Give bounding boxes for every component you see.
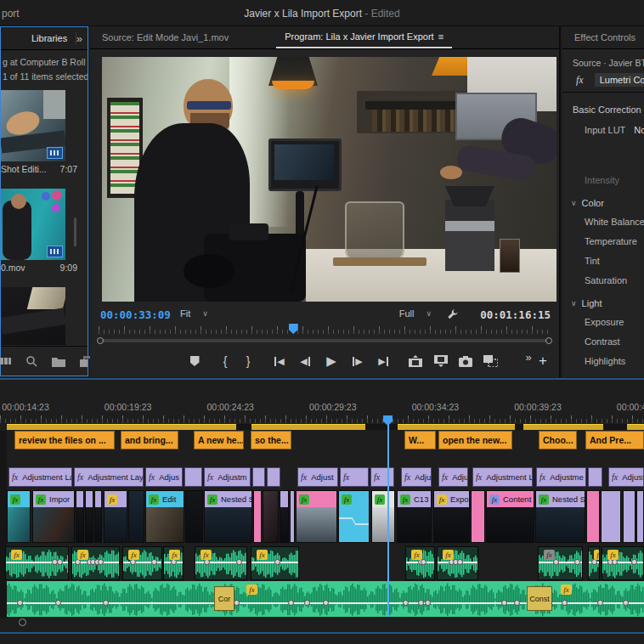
- adjustment-layer-clip[interactable]: fxAdjust: [297, 467, 338, 487]
- add-marker-button[interactable]: [185, 353, 204, 369]
- tab-program-monitor[interactable]: Program: Lila x Javier Import Export ≡: [276, 26, 452, 48]
- scrollbar-handle-left[interactable]: [97, 337, 104, 344]
- panel-overflow-icon[interactable]: »: [76, 32, 82, 45]
- section-basic-correction[interactable]: Basic Correction: [562, 93, 644, 116]
- audio-clip[interactable]: fx: [588, 546, 600, 580]
- play-button[interactable]: ▶: [322, 353, 341, 369]
- adjustment-layer-clip[interactable]: fxAdjustment L: [472, 467, 533, 487]
- audio-track-a2[interactable]: CorConstfxfx: [7, 581, 644, 617]
- current-timecode[interactable]: 00:00:33:09: [100, 308, 171, 321]
- param-white-balance[interactable]: White Balance: [562, 212, 644, 231]
- caption-clip[interactable]: review the files on ...: [14, 431, 115, 449]
- param-exposure[interactable]: Exposure: [562, 312, 644, 331]
- caption-clip[interactable]: A new he...: [194, 431, 244, 449]
- caption-clip[interactable]: W...: [404, 431, 436, 449]
- adjustment-layer-clip[interactable]: fxAdju: [401, 467, 432, 487]
- audio-clip[interactable]: fx: [71, 546, 120, 580]
- video-clip[interactable]: [290, 490, 295, 543]
- list-item[interactable]: [1, 287, 77, 345]
- effect-item-lumetri[interactable]: fx Lumetri Colo: [562, 70, 644, 93]
- video-clip[interactable]: [586, 490, 600, 543]
- video-clip[interactable]: [94, 490, 102, 543]
- tab-source-monitor[interactable]: Source: Edit Mode Javi_1.mov: [93, 26, 237, 48]
- input-lut-value[interactable]: Non: [634, 125, 644, 135]
- video-clip[interactable]: [623, 490, 636, 543]
- video-clip[interactable]: [76, 490, 84, 543]
- adjustment-layer-clip[interactable]: [267, 467, 280, 487]
- caption-clip[interactable]: so the...: [251, 431, 291, 449]
- video-clip[interactable]: [128, 490, 144, 543]
- video-clip[interactable]: fx: [104, 490, 127, 543]
- mark-in-button[interactable]: {: [216, 353, 234, 369]
- audio-clip[interactable]: fx: [437, 546, 478, 580]
- video-clip[interactable]: [85, 490, 93, 543]
- video-clip[interactable]: fx: [338, 490, 370, 543]
- video-clip[interactable]: [280, 490, 289, 543]
- video-clip[interactable]: fxNested S: [535, 490, 585, 543]
- adjustment-layer-clip[interactable]: fxAdjust: [608, 467, 644, 487]
- keyframe-line[interactable]: [339, 515, 369, 527]
- param-highlights[interactable]: Highlights: [562, 351, 644, 370]
- settings-wrench-icon[interactable]: [446, 308, 459, 323]
- items-view-icon[interactable]: [0, 355, 11, 367]
- adjustment-layer-clip[interactable]: fxAdjustment Lay: [74, 467, 144, 487]
- clip-thumbnail[interactable]: [1, 287, 65, 345]
- adjustment-layer-clip[interactable]: [184, 467, 202, 487]
- scrollbar-track[interactable]: [102, 339, 547, 342]
- adjustment-layer-clip[interactable]: fxAdju: [438, 467, 468, 487]
- video-clip[interactable]: fx: [296, 490, 337, 543]
- tab-libraries[interactable]: Libraries: [23, 27, 76, 49]
- video-clip[interactable]: [253, 490, 262, 543]
- keyframe-dot[interactable]: [574, 559, 580, 565]
- go-to-in-button[interactable]: ◀: [270, 353, 289, 369]
- audio-clip[interactable]: fx: [251, 546, 299, 580]
- library-breadcrumb[interactable]: g at Computer B Roll: [3, 55, 81, 70]
- keyframe-dot[interactable]: [288, 600, 294, 606]
- add-button[interactable]: +: [534, 353, 552, 369]
- video-clip[interactable]: fxImpor: [32, 490, 75, 543]
- list-item[interactable]: 0.mov 9:09: [1, 189, 77, 273]
- lift-button[interactable]: [406, 353, 425, 369]
- param-temperature[interactable]: Temperature: [562, 231, 644, 251]
- adjustment-layer-clip[interactable]: fx: [340, 467, 369, 487]
- effect-name[interactable]: Lumetri Colo: [595, 73, 644, 87]
- video-clip[interactable]: [601, 490, 621, 543]
- clip-thumbnail[interactable]: [1, 90, 65, 161]
- playback-resolution-select[interactable]: Full ∨: [399, 308, 432, 319]
- video-clip[interactable]: [471, 490, 485, 543]
- video-clip[interactable]: fx: [371, 490, 395, 543]
- adjustment-layer-clip[interactable]: fxAdjus: [145, 467, 183, 487]
- audio-transition[interactable]: Const: [527, 586, 552, 611]
- video-clip[interactable]: fxExpo: [433, 490, 470, 543]
- param-saturation[interactable]: Saturation: [562, 270, 644, 290]
- export-frame-button[interactable]: [456, 353, 475, 369]
- video-clip[interactable]: [636, 490, 644, 543]
- comparison-view-button[interactable]: [481, 353, 500, 369]
- param-input-lut[interactable]: Input LUT Non: [562, 120, 644, 139]
- keyframe-dot[interactable]: [623, 600, 629, 606]
- caption-clip[interactable]: And Pre...: [585, 431, 644, 449]
- mark-out-button[interactable]: }: [239, 353, 257, 369]
- zoom-level-select[interactable]: Fit ∨: [180, 308, 208, 319]
- program-playhead[interactable]: [289, 324, 298, 334]
- timeline-tick-strip[interactable]: [0, 415, 644, 423]
- adjustment-layer-clip[interactable]: fx: [370, 467, 394, 487]
- extract-button[interactable]: [432, 353, 450, 369]
- audio-clip[interactable]: fx: [163, 546, 184, 580]
- timeline-scroll-handle[interactable]: [19, 619, 26, 626]
- video-clip[interactable]: fx: [7, 490, 31, 543]
- step-forward-button[interactable]: ▶: [348, 353, 367, 369]
- step-back-button[interactable]: ◀: [296, 353, 314, 369]
- audio-clip[interactable]: fx: [195, 546, 247, 580]
- param-contrast[interactable]: Contrast: [562, 331, 644, 351]
- clip-thumbnail[interactable]: [1, 189, 65, 260]
- adjustment-layer-clip[interactable]: [588, 467, 602, 487]
- adjustment-layer-clip[interactable]: fxAdjustme: [536, 467, 586, 487]
- group-header-color[interactable]: ∨Color: [562, 189, 644, 212]
- audio-clip[interactable]: fx: [602, 546, 644, 580]
- audio-clip[interactable]: fx: [5, 546, 69, 580]
- tab-effect-controls[interactable]: Effect Controls: [566, 26, 644, 48]
- keyframe-dot[interactable]: [457, 559, 463, 565]
- program-mini-timeline[interactable]: [99, 325, 551, 334]
- timeline-ruler[interactable]: 00:00:14:2300:00:19:2300:00:24:2300:00:2…: [0, 402, 644, 414]
